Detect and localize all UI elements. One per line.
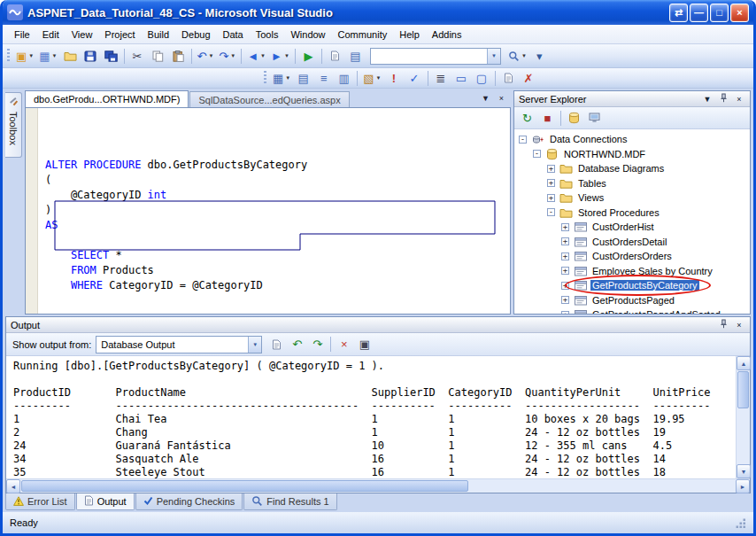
menu-addins[interactable]: Addins [426, 25, 468, 43]
verify-sql-button[interactable]: ✓ [405, 69, 425, 87]
clear-all-button[interactable]: × [334, 335, 354, 354]
add-derived-table-button[interactable]: ▢ [472, 69, 492, 87]
auto-hide-button[interactable] [717, 93, 729, 105]
toolbar-options-button[interactable]: ▾ [529, 46, 550, 66]
copy-button[interactable] [148, 46, 168, 66]
redo-button[interactable]: ↷▼ [216, 46, 238, 66]
scroll-up-button[interactable]: ▲ [737, 356, 751, 370]
expand-icon[interactable]: + [561, 267, 569, 275]
toggle-word-wrap-button[interactable]: ▣ [354, 335, 374, 354]
sql-editor[interactable]: ALTER PROCEDURE dbo.GetProductsByCategor… [25, 107, 511, 315]
add-item-button[interactable]: ▦▼ [36, 46, 59, 66]
panel-tab-output[interactable]: Output [76, 493, 135, 510]
connect-database-button[interactable] [564, 108, 584, 128]
tree-item-getproductspaged[interactable]: +GetProductsPaged [519, 293, 750, 308]
expand-icon[interactable]: + [561, 296, 569, 304]
add-group-by-button[interactable]: ≣ [431, 69, 451, 87]
navigate-backward-button[interactable]: ◄▼ [244, 46, 268, 66]
output-console[interactable]: Running [dbo].[GetProductsByCategory] ( … [6, 356, 736, 478]
resize-grip[interactable] [735, 517, 746, 529]
solution-explorer-button[interactable] [325, 46, 345, 66]
server-explorer-header[interactable]: Server Explorer ▼× [514, 91, 750, 107]
add-table-button[interactable]: ▭ [451, 69, 472, 87]
execute-sql-button[interactable]: ! [384, 69, 405, 87]
show-diagram-pane-button[interactable]: ▦▼ [270, 69, 293, 87]
tree-item-data-connections[interactable]: -Data Connections [519, 132, 750, 147]
expand-icon[interactable]: + [561, 237, 569, 245]
show-results-pane-button[interactable]: ▥ [334, 69, 354, 87]
tree-item-employee-sales-by-country[interactable]: +Employee Sales by Country [519, 264, 750, 279]
tree-item-stored-procedures[interactable]: -Stored Procedures [519, 206, 750, 221]
menu-tools[interactable]: Tools [250, 25, 285, 43]
output-source-combobox[interactable]: Database Output ▼ [96, 336, 262, 353]
menu-file[interactable]: File [8, 25, 36, 43]
find-in-files-button[interactable]: ▼ [505, 46, 529, 66]
next-message-button[interactable]: ↷ [307, 335, 328, 354]
open-file-button[interactable] [60, 46, 81, 66]
maximize-button[interactable]: □ [710, 4, 729, 22]
change-type-button[interactable]: ▧▼ [360, 69, 383, 87]
dropdown-arrow-icon[interactable]: ▼ [487, 49, 500, 64]
menu-view[interactable]: View [66, 25, 99, 43]
start-debug-button[interactable]: ▶ [298, 46, 319, 66]
panel-tab-find-results-1[interactable]: Find Results 1 [243, 493, 336, 510]
menu-debug[interactable]: Debug [175, 25, 216, 43]
save-button[interactable] [81, 46, 101, 66]
previous-message-button[interactable]: ↶ [287, 335, 307, 354]
panel-tab-error-list[interactable]: Error List [5, 493, 75, 510]
menu-community[interactable]: Community [332, 25, 394, 43]
toolbar-grip[interactable] [7, 49, 10, 63]
dropdown-arrow-icon[interactable]: ▼ [248, 337, 261, 353]
sql-code[interactable]: ALTER PROCEDURE dbo.GetProductsByCategor… [38, 108, 510, 314]
tree-item-database-diagrams[interactable]: +Database Diagrams [519, 161, 750, 176]
expand-icon[interactable]: + [547, 194, 555, 202]
save-all-button[interactable] [101, 46, 121, 66]
menu-build[interactable]: Build [142, 25, 175, 43]
document-tab[interactable]: SqlDataSource...edQueries.aspx [189, 91, 349, 107]
paste-button[interactable] [168, 46, 189, 66]
generate-change-script-button[interactable] [498, 69, 519, 87]
output-header[interactable]: Output × [6, 317, 750, 333]
window-menu-button[interactable]: ▼ [701, 93, 714, 105]
scrollbar-track[interactable] [469, 479, 736, 493]
scroll-left-button[interactable]: ◄ [6, 479, 20, 493]
tree-item-getproductsbycategory[interactable]: +GetProductsByCategory [519, 278, 750, 293]
expand-icon[interactable]: + [561, 252, 569, 260]
scroll-right-button[interactable]: ► [736, 479, 750, 493]
new-item-button[interactable]: ▣▼ [13, 46, 36, 66]
menu-window[interactable]: Window [284, 25, 331, 43]
panel-tab-pending-checkins[interactable]: Pending Checkins [135, 493, 243, 510]
auto-hide-button[interactable] [717, 319, 729, 330]
vertical-scrollbar[interactable]: ▲ ▼ [736, 356, 750, 478]
expand-icon[interactable]: + [547, 179, 555, 187]
tree-item-custordersdetail[interactable]: +CustOrdersDetail [519, 235, 750, 250]
menu-help[interactable]: Help [393, 25, 426, 43]
cut-button[interactable]: ✂ [127, 46, 148, 66]
menu-edit[interactable]: Edit [36, 25, 66, 43]
expand-icon[interactable]: + [561, 282, 569, 290]
horizontal-scrollbar[interactable]: ◄ ► [6, 478, 750, 493]
expand-icon[interactable]: + [561, 223, 569, 231]
refresh-button[interactable]: ↻ [517, 108, 537, 128]
document-tab[interactable]: dbo.GetProdu...ORTHWND.MDF) [25, 90, 189, 107]
show-criteria-pane-button[interactable]: ▤ [293, 69, 313, 87]
expand-icon[interactable]: + [561, 311, 569, 314]
toolbox-tab[interactable]: Toolbox [5, 92, 22, 158]
tree-item-northwnd-mdf[interactable]: -NORTHWND.MDF [519, 147, 750, 162]
horizontal-scrollbar-thumb[interactable] [21, 480, 468, 492]
expand-icon[interactable]: + [547, 165, 555, 173]
undo-button[interactable]: ↶▼ [195, 46, 217, 66]
titlebar[interactable]: ASPNET_Data_Tutorial_48_CS - Microsoft V… [3, 0, 753, 25]
menu-project[interactable]: Project [98, 25, 141, 43]
collapse-icon[interactable]: - [533, 150, 541, 158]
find-combobox[interactable]: ▼ [370, 48, 501, 65]
vertical-scrollbar-thumb[interactable] [737, 371, 749, 408]
collapse-icon[interactable]: - [519, 136, 527, 144]
close-button[interactable]: × [730, 4, 749, 22]
show-sql-pane-button[interactable]: ≡ [313, 69, 334, 87]
connect-server-button[interactable] [584, 108, 605, 128]
active-files-button[interactable]: ▼ [479, 92, 492, 105]
tree-item-getproductspagedandsorted[interactable]: +GetProductsPagedAndSorted [519, 307, 750, 314]
tree-item-custorderhist[interactable]: +CustOrderHist [519, 220, 750, 235]
go-to-message-button[interactable] [266, 335, 287, 354]
